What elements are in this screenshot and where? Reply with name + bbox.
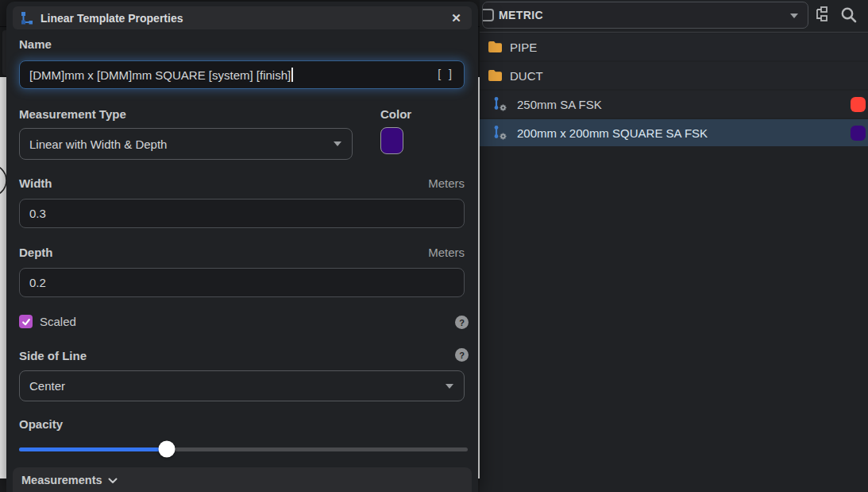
- chevron-down-icon: [108, 478, 118, 484]
- depth-unit: Meters: [428, 246, 465, 259]
- opacity-label: Opacity: [19, 417, 63, 431]
- depth-input[interactable]: [19, 268, 465, 297]
- template-tree-panel: METRIC: [480, 0, 868, 492]
- tree-row-label: 200mm x 200mm SQUARE SA FSK: [517, 126, 708, 140]
- measurements-section-header[interactable]: Measurements: [13, 467, 472, 492]
- linear-template-icon: [20, 11, 34, 25]
- slider-thumb[interactable]: [159, 441, 176, 458]
- width-unit: Meters: [428, 176, 465, 190]
- linear-template-icon: [491, 96, 510, 113]
- text-cursor: [291, 68, 293, 82]
- tree-row-200mm-template-selected[interactable]: 200mm x 200mm SQUARE SA FSK: [480, 119, 868, 146]
- measurement-type-value: Linear with Width & Depth: [29, 138, 167, 151]
- add-template-button[interactable]: [864, 4, 868, 25]
- linear-template-properties-dialog: Linear Template Properties ✕ Name [DMM]m…: [6, 2, 478, 492]
- linear-template-icon: [491, 125, 510, 141]
- width-input[interactable]: [19, 199, 465, 228]
- slider-fill: [19, 447, 167, 451]
- plus-circle-icon: [864, 4, 868, 25]
- search-button[interactable]: [838, 4, 858, 25]
- side-of-line-label: Side of Line: [19, 349, 87, 362]
- opacity-slider[interactable]: [19, 441, 468, 457]
- measurement-type-label: Measurement Type: [19, 107, 126, 121]
- chevron-down-icon: [334, 141, 341, 146]
- width-label: Width: [19, 176, 52, 190]
- folder-icon: [488, 69, 503, 82]
- name-value: [DMM]mm x [DMM]mm SQUARE [system] [finis…: [29, 68, 291, 82]
- tree-row-250mm-template[interactable]: 250mm SA FSK: [480, 91, 868, 118]
- folder-select-dropdown[interactable]: METRIC: [482, 2, 808, 29]
- tree-view-button[interactable]: [812, 4, 832, 25]
- help-icon[interactable]: ?: [455, 316, 469, 329]
- scaled-label: Scaled: [40, 315, 76, 328]
- template-color-swatch: [851, 97, 866, 112]
- tree-hierarchy-icon: [813, 6, 831, 23]
- name-label: Name: [19, 37, 52, 51]
- measurement-type-dropdown[interactable]: Linear with Width & Depth: [19, 128, 353, 160]
- tree-row-pipe[interactable]: PIPE: [480, 33, 868, 60]
- search-icon: [839, 6, 858, 24]
- tree-row-label: DUCT: [510, 69, 543, 83]
- tree-rows: PIPE DUCT 250mm SA FSK: [480, 33, 868, 148]
- folder-set-icon: [482, 9, 494, 21]
- chevron-down-icon: [790, 14, 798, 18]
- dialog-header[interactable]: Linear Template Properties ✕: [13, 6, 472, 29]
- color-label: Color: [380, 107, 411, 121]
- side-of-line-value: Center: [29, 379, 65, 393]
- scaled-checkbox-row[interactable]: Scaled: [19, 315, 76, 328]
- depth-label: Depth: [19, 246, 53, 259]
- app-root: METRIC: [0, 0, 868, 492]
- folder-icon: [488, 41, 503, 53]
- help-icon[interactable]: ?: [455, 348, 469, 362]
- folder-select-value: METRIC: [499, 9, 543, 21]
- scaled-checkbox[interactable]: [19, 315, 33, 328]
- tree-row-label: PIPE: [510, 41, 537, 54]
- chevron-down-icon: [446, 384, 453, 389]
- color-swatch-button[interactable]: [380, 127, 403, 154]
- measurements-label: Measurements: [21, 474, 102, 486]
- name-input[interactable]: [DMM]mm x [DMM]mm SQUARE [system] [finis…: [19, 60, 465, 89]
- insert-variable-button[interactable]: [ ]: [438, 68, 454, 80]
- dialog-title: Linear Template Properties: [41, 12, 183, 25]
- checkmark-icon: [21, 317, 31, 327]
- tree-row-label: 250mm SA FSK: [517, 98, 602, 111]
- close-icon[interactable]: ✕: [448, 10, 465, 26]
- tree-row-duct[interactable]: DUCT: [480, 62, 868, 89]
- template-color-swatch: [851, 126, 866, 141]
- side-of-line-dropdown[interactable]: Center: [19, 370, 465, 401]
